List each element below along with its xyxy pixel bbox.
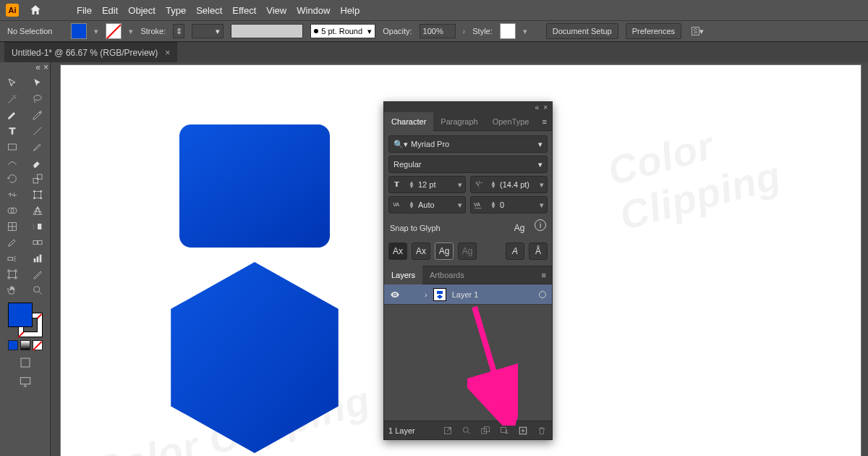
stroke-weight-dd[interactable]: ▾: [192, 24, 224, 38]
layers-panel-menu-icon[interactable]: ≡: [536, 266, 552, 284]
stroke-swatch[interactable]: [106, 23, 122, 39]
fill-dd-icon[interactable]: ▾: [94, 27, 98, 36]
lasso-tool[interactable]: [25, 91, 51, 107]
zoom-tool[interactable]: [25, 282, 51, 298]
tab-paragraph[interactable]: Paragraph: [433, 112, 485, 131]
tracking-control[interactable]: VA ▲▼ 0 ▾: [470, 196, 548, 214]
rounded-rectangle-shape[interactable]: [179, 124, 330, 248]
eyedropper-tool[interactable]: [0, 235, 25, 250]
line-tool[interactable]: [25, 123, 51, 139]
symbol-sprayer-tool[interactable]: [0, 250, 25, 266]
menu-type[interactable]: Type: [166, 5, 186, 16]
screen-mode-icon[interactable]: [19, 375, 32, 388]
panel-menu-icon[interactable]: ≡: [536, 112, 552, 131]
close-tab-icon[interactable]: ×: [165, 48, 170, 58]
align-flyout-icon[interactable]: 🅂▾: [692, 27, 704, 36]
menu-help[interactable]: Help: [340, 5, 359, 16]
direct-selection-tool[interactable]: [25, 75, 51, 91]
glyph-snap-proximity[interactable]: Ag: [458, 242, 477, 260]
rectangle-tool[interactable]: [0, 139, 25, 155]
clipping-mask-icon[interactable]: [480, 425, 491, 436]
perspective-grid-tool[interactable]: [25, 203, 51, 219]
slice-tool[interactable]: [25, 266, 51, 282]
fill-color-box[interactable]: [8, 303, 33, 327]
pen-tool[interactable]: [0, 107, 25, 123]
opacity-combo[interactable]: 100%: [420, 24, 456, 38]
menu-file[interactable]: File: [77, 5, 92, 16]
gradient-tool[interactable]: [25, 219, 51, 235]
magic-wand-tool[interactable]: [0, 91, 25, 107]
layer-export-icon[interactable]: [442, 425, 454, 436]
glyph-snap-anchor[interactable]: Å: [529, 242, 548, 260]
menu-view[interactable]: View: [266, 5, 286, 16]
var-width-profile[interactable]: [231, 24, 303, 38]
color-mode-solid[interactable]: [8, 340, 18, 350]
fill-swatch[interactable]: [71, 23, 87, 39]
shape-builder-tool[interactable]: [0, 203, 25, 219]
tools-close-icon[interactable]: ×: [43, 62, 48, 72]
paintbrush-tool[interactable]: [25, 139, 51, 155]
snap-info-icon[interactable]: i: [535, 219, 546, 231]
hand-tool[interactable]: [0, 282, 25, 298]
selection-tool[interactable]: [0, 75, 25, 91]
panel-close-icon[interactable]: ×: [543, 104, 548, 111]
color-mode-gradient[interactable]: [20, 340, 30, 350]
home-icon[interactable]: [29, 4, 42, 17]
glyph-snap-angular[interactable]: A: [506, 242, 524, 260]
tab-opentype[interactable]: OpenType: [485, 112, 537, 131]
curvature-tool[interactable]: [25, 107, 51, 123]
menu-edit[interactable]: Edit: [102, 5, 118, 16]
color-mode-none[interactable]: [33, 340, 43, 350]
font-size-control[interactable]: ▲▼ 12 pt ▾: [388, 176, 466, 193]
menu-select[interactable]: Select: [196, 5, 222, 16]
hexagon-shape[interactable]: [171, 262, 339, 453]
font-family-combo[interactable]: 🔍▾Myriad Pro ▾: [388, 135, 548, 153]
stroke-dd-icon[interactable]: ▾: [129, 27, 133, 36]
draw-mode-icon[interactable]: [19, 356, 32, 369]
snap-glyph-ag-icon[interactable]: Ag: [510, 219, 529, 237]
menu-object[interactable]: Object: [128, 5, 156, 16]
new-layer-icon[interactable]: [517, 425, 529, 436]
stroke-weight-combo[interactable]: ⇕: [173, 24, 184, 38]
scale-tool[interactable]: [25, 171, 51, 187]
blend-tool[interactable]: [25, 235, 51, 250]
brush-combo[interactable]: 5 pt. Round ▾: [310, 24, 375, 38]
artboard-tool[interactable]: [0, 266, 25, 282]
layer-name[interactable]: Layer 1: [452, 290, 479, 299]
fill-stroke-control[interactable]: [8, 303, 43, 337]
width-tool[interactable]: [0, 187, 25, 203]
panel-collapse-icon[interactable]: «: [535, 104, 540, 111]
shaper-tool[interactable]: [0, 155, 25, 171]
menu-window[interactable]: Window: [297, 5, 330, 16]
eraser-tool[interactable]: [25, 155, 51, 171]
tab-layers[interactable]: Layers: [384, 266, 422, 284]
layer-target-icon[interactable]: [539, 291, 546, 298]
locate-object-icon[interactable]: [461, 425, 472, 436]
tab-artboards[interactable]: Artboards: [422, 266, 472, 284]
expand-layer-icon[interactable]: ›: [425, 290, 427, 299]
preferences-button[interactable]: Preferences: [626, 23, 681, 39]
style-dd-icon[interactable]: ▾: [523, 27, 527, 36]
rotate-tool[interactable]: [0, 171, 25, 187]
mesh-tool[interactable]: [0, 219, 25, 235]
font-style-combo[interactable]: Regular ▾: [388, 156, 548, 173]
document-setup-button[interactable]: Document Setup: [546, 23, 618, 39]
layer-row[interactable]: › Layer 1: [384, 284, 552, 305]
document-tab[interactable]: Untitled-1* @ 66.67 % (RGB/Preview) ×: [4, 42, 177, 62]
type-tool[interactable]: [0, 123, 25, 139]
menu-effect[interactable]: Effect: [232, 5, 256, 16]
tools-collapse-icon[interactable]: «: [35, 62, 41, 72]
free-transform-tool[interactable]: [25, 187, 51, 203]
tab-character[interactable]: Character: [384, 112, 433, 131]
style-swatch[interactable]: [500, 23, 516, 39]
glyph-snap-baseline[interactable]: Ax: [388, 242, 407, 260]
glyph-snap-xheight[interactable]: Ax: [412, 242, 430, 260]
delete-layer-icon[interactable]: [536, 425, 548, 436]
visibility-icon[interactable]: [390, 290, 400, 300]
opacity-flyout-icon[interactable]: ›: [463, 27, 466, 35]
column-graph-tool[interactable]: [25, 250, 51, 266]
kerning-control[interactable]: VA ▲▼ Auto ▾: [388, 196, 466, 214]
glyph-snap-bounds[interactable]: Ag: [435, 242, 454, 260]
new-sublayer-icon[interactable]: [498, 425, 510, 436]
leading-control[interactable]: ▲▼ (14.4 pt) ▾: [470, 176, 548, 193]
